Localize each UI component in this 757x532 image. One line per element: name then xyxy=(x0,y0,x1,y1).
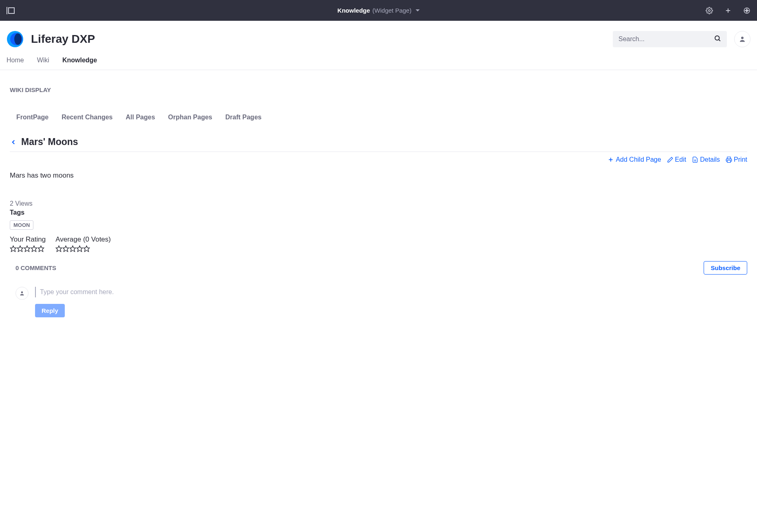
svg-marker-24 xyxy=(70,246,76,251)
svg-point-11 xyxy=(741,37,744,39)
nav-tab-home[interactable]: Home xyxy=(7,57,24,64)
site-logo[interactable] xyxy=(7,31,24,48)
ratings-row: Your Rating Average (0 Votes) xyxy=(10,235,747,252)
svg-marker-17 xyxy=(10,246,16,251)
site-header: Liferay DXP xyxy=(0,21,757,48)
svg-line-10 xyxy=(719,40,720,41)
svg-marker-25 xyxy=(77,246,83,251)
avg-rating-col: Average (0 Votes) xyxy=(55,235,111,252)
star-icon xyxy=(83,245,90,252)
compass-icon[interactable] xyxy=(743,7,750,14)
svg-point-27 xyxy=(21,291,23,293)
brand-name: Liferay DXP xyxy=(31,33,95,46)
plus-icon[interactable] xyxy=(724,7,732,14)
page-title-sub: (Widget Page) xyxy=(372,7,412,14)
star-icon xyxy=(62,245,69,252)
svg-marker-22 xyxy=(56,246,62,251)
user-avatar[interactable] xyxy=(734,31,750,47)
user-icon xyxy=(19,290,25,296)
details-link[interactable]: Details xyxy=(692,156,720,163)
svg-point-8 xyxy=(14,33,22,45)
wiki-tab-draft-pages[interactable]: Draft Pages xyxy=(225,114,262,121)
details-label: Details xyxy=(700,156,720,163)
comments-header: 0 COMMENTS Subscribe xyxy=(10,261,747,275)
wiki-nav-tabs: FrontPage Recent Changes All Pages Orpha… xyxy=(10,114,747,121)
svg-point-0 xyxy=(709,9,711,11)
star-icon[interactable] xyxy=(17,245,24,252)
svg-point-9 xyxy=(715,36,720,40)
svg-marker-26 xyxy=(84,246,90,251)
wiki-tab-all-pages[interactable]: All Pages xyxy=(126,114,155,121)
search-input[interactable] xyxy=(618,35,714,43)
menu-toggle-button[interactable] xyxy=(7,7,15,14)
wiki-tab-recent-changes[interactable]: Recent Changes xyxy=(62,114,112,121)
page-breadcrumb[interactable]: Knowledge (Widget Page) xyxy=(337,7,420,14)
print-label: Print xyxy=(734,156,747,163)
gear-icon[interactable] xyxy=(706,7,713,14)
subscribe-button[interactable]: Subscribe xyxy=(704,261,747,275)
svg-marker-23 xyxy=(63,246,69,251)
your-rating-stars[interactable] xyxy=(10,245,46,252)
svg-marker-20 xyxy=(31,246,37,251)
print-link[interactable]: Print xyxy=(726,156,747,163)
svg-marker-18 xyxy=(17,246,23,251)
star-icon[interactable] xyxy=(37,245,44,252)
tags-label: Tags xyxy=(10,209,747,216)
caret-down-icon xyxy=(416,9,420,11)
portlet-title: WIKI DISPLAY xyxy=(10,86,747,93)
views-count: 2 Views xyxy=(10,200,747,207)
details-icon xyxy=(692,156,698,163)
primary-nav: Home Wiki Knowledge xyxy=(0,48,757,70)
tag-chip[interactable]: MOON xyxy=(10,220,33,230)
star-icon xyxy=(55,245,62,252)
edit-label: Edit xyxy=(675,156,687,163)
page-title-main: Knowledge xyxy=(337,7,370,14)
nav-tab-wiki[interactable]: Wiki xyxy=(37,57,49,64)
wiki-tab-frontpage[interactable]: FrontPage xyxy=(16,114,48,121)
svg-marker-19 xyxy=(24,246,30,251)
search-box[interactable] xyxy=(613,31,727,47)
star-icon[interactable] xyxy=(24,245,31,252)
comment-form: Reply xyxy=(10,287,747,317)
edit-link[interactable]: Edit xyxy=(667,156,687,163)
comment-avatar xyxy=(15,287,29,300)
plus-icon xyxy=(607,156,614,163)
action-bar: Add Child Page Edit Details Print xyxy=(10,156,747,163)
star-icon[interactable] xyxy=(31,245,37,252)
print-icon xyxy=(726,156,732,163)
avg-rating-stars xyxy=(55,245,111,252)
star-icon[interactable] xyxy=(10,245,17,252)
your-rating-label: Your Rating xyxy=(10,235,46,244)
comment-input[interactable] xyxy=(35,287,747,297)
svg-marker-5 xyxy=(745,10,749,11)
wiki-content-body: Mars has two moons xyxy=(10,171,747,180)
back-icon[interactable] xyxy=(10,138,17,146)
star-icon xyxy=(69,245,76,252)
main-content: WIKI DISPLAY FrontPage Recent Changes Al… xyxy=(0,70,757,334)
your-rating-col: Your Rating xyxy=(10,235,46,252)
wiki-tab-orphan-pages[interactable]: Orphan Pages xyxy=(168,114,212,121)
pencil-icon xyxy=(667,156,673,163)
add-child-page-link[interactable]: Add Child Page xyxy=(607,156,661,163)
add-child-page-label: Add Child Page xyxy=(616,156,661,163)
comments-count: 0 COMMENTS xyxy=(15,264,56,271)
search-icon[interactable] xyxy=(714,35,721,44)
svg-rect-16 xyxy=(727,160,731,162)
svg-marker-21 xyxy=(38,246,44,251)
star-icon xyxy=(76,245,83,252)
page-title-row: Mars' Moons xyxy=(10,136,747,152)
admin-top-bar: Knowledge (Widget Page) xyxy=(0,0,757,21)
reply-button[interactable]: Reply xyxy=(35,304,65,317)
avg-rating-label: Average (0 Votes) xyxy=(55,235,111,244)
nav-tab-knowledge[interactable]: Knowledge xyxy=(62,57,97,64)
wiki-page-title: Mars' Moons xyxy=(21,136,78,147)
